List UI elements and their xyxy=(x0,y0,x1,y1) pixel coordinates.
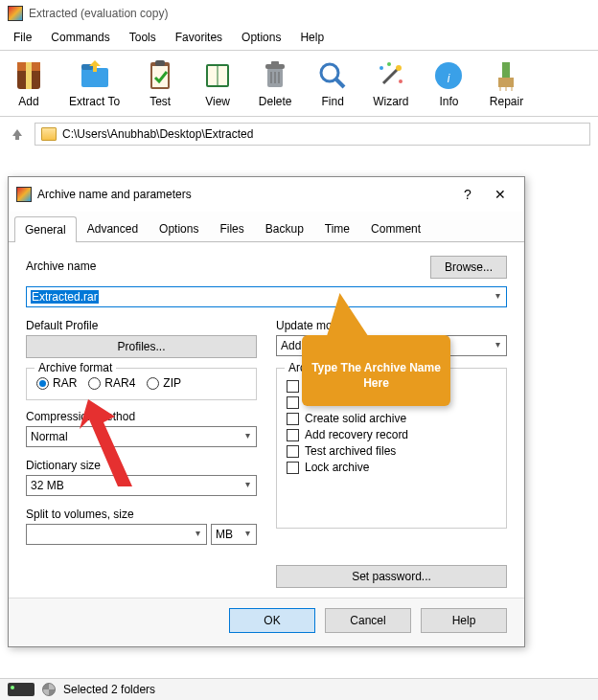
update-mode-label: Update mode xyxy=(276,319,507,332)
dictionary-select[interactable]: 32 MB xyxy=(26,475,257,496)
compression-label: Compression method xyxy=(26,410,257,423)
radio-rar[interactable]: RAR xyxy=(36,376,77,390)
checkbox-recovery[interactable]: Add recovery record xyxy=(287,428,496,441)
checkbox-solid[interactable]: Create solid archive xyxy=(287,412,496,425)
app-icon xyxy=(8,6,23,21)
folder-icon xyxy=(41,127,57,141)
toolbar-info[interactable]: i Info xyxy=(420,55,477,112)
callout-tail-icon xyxy=(325,293,378,341)
toolbar-extract[interactable]: Extract To xyxy=(58,55,131,112)
checkbox-icon xyxy=(287,380,299,393)
dictionary-label: Dictionary size xyxy=(26,459,257,472)
dialog-app-icon xyxy=(16,187,32,202)
tab-general[interactable]: General xyxy=(14,216,77,242)
tab-files[interactable]: Files xyxy=(209,215,254,241)
brush-icon xyxy=(489,58,523,93)
ok-button[interactable]: OK xyxy=(229,608,315,633)
checkbox-icon xyxy=(287,413,299,425)
menu-file[interactable]: File xyxy=(6,29,39,46)
radio-dot-icon xyxy=(147,377,159,390)
tab-advanced[interactable]: Advanced xyxy=(77,215,149,241)
archive-format-label: Archive format xyxy=(34,361,116,374)
up-button[interactable] xyxy=(8,124,27,144)
checkbox-test[interactable]: Test archived files xyxy=(287,444,496,458)
dialog-body: Archive name Browse... Extracted.rar Def… xyxy=(9,242,524,598)
svg-line-20 xyxy=(383,68,399,83)
checkbox-lock-label: Lock archive xyxy=(305,461,369,474)
archive-icon xyxy=(12,58,46,93)
menu-tools[interactable]: Tools xyxy=(122,29,164,46)
svg-rect-14 xyxy=(271,61,279,65)
compression-select[interactable]: Normal xyxy=(26,426,257,447)
menu-options[interactable]: Options xyxy=(234,29,288,46)
svg-rect-7 xyxy=(155,60,165,66)
radio-rar4-label: RAR4 xyxy=(104,376,135,390)
tab-options[interactable]: Options xyxy=(149,215,209,241)
dialog-help-button[interactable]: ? xyxy=(451,183,484,206)
archive-format-fieldset: Archive format RAR RAR4 ZIP xyxy=(26,368,257,400)
default-profile-label: Default Profile xyxy=(26,319,257,332)
toolbar-view-label: View xyxy=(205,95,230,108)
checkbox-lock[interactable]: Lock archive xyxy=(287,461,496,474)
magnifier-icon xyxy=(315,58,350,93)
tab-backup[interactable]: Backup xyxy=(255,215,314,241)
tab-comment[interactable]: Comment xyxy=(360,215,431,241)
dialog-title: Archive name and parameters xyxy=(37,188,451,201)
set-password-button[interactable]: Set password... xyxy=(276,565,507,588)
split-unit-select[interactable]: MB xyxy=(211,524,257,545)
drive-icon xyxy=(8,683,34,696)
clipboard-check-icon xyxy=(143,58,177,93)
toolbar-add[interactable]: Add xyxy=(0,55,58,112)
dialog-button-row: OK Cancel Help xyxy=(9,598,524,646)
checkbox-icon xyxy=(287,396,299,409)
svg-point-23 xyxy=(399,79,402,83)
archive-dialog: Archive name and parameters ? ✕ General … xyxy=(8,176,525,647)
svg-rect-28 xyxy=(498,78,514,87)
archive-name-input[interactable]: Extracted.rar xyxy=(26,286,507,307)
menu-bar: File Commands Tools Favorites Options He… xyxy=(0,27,598,50)
status-text: Selected 2 folders xyxy=(63,683,155,696)
tab-time[interactable]: Time xyxy=(314,215,360,241)
toolbar-wizard[interactable]: Wizard xyxy=(361,55,420,112)
status-bar: Selected 2 folders xyxy=(0,678,598,700)
menu-commands[interactable]: Commands xyxy=(43,29,117,46)
svg-text:i: i xyxy=(448,72,450,85)
archive-name-label: Archive name xyxy=(26,260,96,273)
help-button[interactable]: Help xyxy=(421,608,507,633)
svg-point-24 xyxy=(387,62,391,66)
cancel-button[interactable]: Cancel xyxy=(325,608,411,633)
browse-button[interactable]: Browse... xyxy=(430,256,507,279)
dialog-title-bar: Archive name and parameters ? ✕ xyxy=(9,177,524,212)
checkbox-recovery-label: Add recovery record xyxy=(305,428,408,441)
radio-dot-icon xyxy=(36,377,49,390)
toolbar-find[interactable]: Find xyxy=(304,55,361,112)
toolbar-view[interactable]: View xyxy=(189,55,246,112)
toolbar-info-label: Info xyxy=(439,95,458,108)
toolbar-delete[interactable]: Delete xyxy=(246,55,304,112)
radio-zip[interactable]: ZIP xyxy=(147,376,181,390)
svg-rect-27 xyxy=(502,62,510,78)
checkbox-test-label: Test archived files xyxy=(305,444,396,458)
checkbox-icon xyxy=(287,429,299,441)
svg-rect-10 xyxy=(218,66,227,85)
menu-favorites[interactable]: Favorites xyxy=(168,29,230,46)
checkbox-icon xyxy=(287,445,299,458)
checkbox-solid-label: Create solid archive xyxy=(305,412,406,425)
window-title-bar: Extracted (evaluation copy) xyxy=(0,0,598,27)
toolbar-test[interactable]: Test xyxy=(131,55,189,112)
radio-rar4[interactable]: RAR4 xyxy=(88,376,135,390)
svg-point-21 xyxy=(396,65,402,71)
toolbar-repair-label: Repair xyxy=(490,95,523,108)
profiles-button[interactable]: Profiles... xyxy=(26,335,257,358)
tab-strip: General Advanced Options Files Backup Ti… xyxy=(9,212,524,242)
toolbar-add-label: Add xyxy=(18,95,38,108)
address-path: C:\Users\Anubhab\Desktop\Extracted xyxy=(62,127,253,141)
split-label: Split to volumes, size xyxy=(26,508,257,521)
radio-dot-icon xyxy=(88,377,101,390)
split-size-input[interactable] xyxy=(26,524,207,545)
address-box[interactable]: C:\Users\Anubhab\Desktop\Extracted xyxy=(34,123,590,146)
toolbar-repair[interactable]: Repair xyxy=(477,55,535,112)
checkbox-icon xyxy=(287,462,299,474)
dialog-close-button[interactable]: ✕ xyxy=(484,183,517,206)
menu-help[interactable]: Help xyxy=(292,29,332,46)
